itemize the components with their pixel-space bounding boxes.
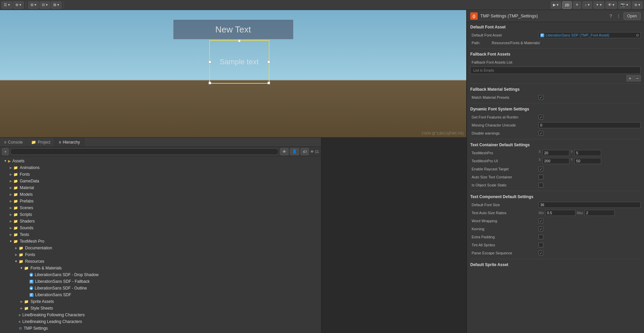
tree-item-documentation[interactable]: ▶ 📁 Documentation	[0, 245, 321, 251]
tree-label-sprite: Sprite Assets	[30, 299, 54, 304]
checkbox-kerning[interactable]	[539, 227, 543, 231]
row-fallback-list-label: Fallback Font Assets List	[470, 59, 641, 66]
tree-label-fonts: Fonts	[20, 172, 30, 177]
tab-hierarchy[interactable]: ≡ Hierarchy	[55, 138, 84, 147]
tree-item-libsans-drop[interactable]: ▶ ● LiberationSans SDF - Drop Shadow	[0, 271, 321, 278]
tree-item-linebreak-leading[interactable]: ▶ ≡ LineBreaking Leading Characters	[0, 318, 321, 325]
checkbox-word-wrap[interactable]	[539, 219, 543, 223]
toolbar-all-btn[interactable]: ⊠ ▾	[51, 1, 62, 9]
checkbox-auto-size-container[interactable]	[539, 175, 543, 179]
handle-right[interactable]	[267, 61, 270, 63]
scene-viewport[interactable]: New Text Sample text CSDN @飞浪纪元[FWC-FE]	[0, 10, 466, 137]
tree-item-textmeshpro[interactable]: ▼ 📁 TextMesh Pro	[0, 238, 321, 245]
checkbox-extra-padding[interactable]	[539, 235, 543, 239]
tab-project[interactable]: 📁 Project	[27, 138, 55, 147]
file-icon-settings: ⚙	[19, 326, 22, 331]
tree-panel[interactable]: ▼ ▶ Assets ▶ 📁 Animations ▶ 📁 Fonts	[0, 156, 321, 333]
camera-btn[interactable]: 📷 ▾	[618, 1, 631, 9]
toolbar-rect-btn[interactable]: ⊟ ▾	[39, 1, 50, 9]
person-filter-btn[interactable]: 👤	[290, 148, 299, 155]
tag-filter-btn[interactable]: 🏷	[301, 148, 309, 155]
handle-bl[interactable]	[209, 82, 211, 84]
light-btn[interactable]: ☀	[573, 1, 581, 9]
checkbox-parse-escape[interactable]	[539, 251, 543, 255]
checkbox-scale-static[interactable]	[539, 183, 543, 187]
tmp-y-label: Y	[571, 150, 573, 156]
arrow-shaders: ▶	[9, 220, 12, 223]
field-tmp-ui-x[interactable]: 200	[543, 158, 569, 164]
label-fallback-list: Fallback Font Assets List	[470, 60, 537, 64]
2d-btn[interactable]: 2D	[562, 1, 572, 9]
handle-top[interactable]	[238, 39, 241, 42]
fallback-remove-btn[interactable]: −	[634, 75, 641, 81]
tree-item-scenes[interactable]: ▶ 📁 Scenes	[0, 204, 321, 211]
tree-item-gamedata[interactable]: ▶ 📁 GameData	[0, 178, 321, 184]
eye-btn[interactable]: 👁 ▾	[606, 1, 617, 9]
handle-left[interactable]	[209, 61, 211, 63]
fallback-add-btn[interactable]: +	[627, 75, 633, 81]
section-text-component: Text Component Default Settings	[470, 194, 641, 199]
field-font-size[interactable]: 36	[539, 202, 641, 208]
row-default-font-asset: Default Font Asset F LiberationSans SDF …	[470, 31, 641, 39]
gizmo-btn[interactable]: ⊚ ▾	[632, 1, 643, 9]
tree-item-libsans[interactable]: ▶ F LiberationSans SDF	[0, 292, 321, 298]
add-item-btn[interactable]: +	[2, 148, 9, 155]
field-tmp-x[interactable]: 20	[543, 150, 569, 156]
checkbox-get-features[interactable]	[539, 115, 543, 119]
inspector-menu-btn[interactable]: ⋮	[616, 13, 621, 19]
tree-item-prefabs[interactable]: ▶ 📁 Prefabs	[0, 198, 321, 204]
row-path: Path: Resources/ Fonts & Materials/	[470, 39, 641, 46]
folder-icon-animations: 📁	[13, 166, 18, 170]
field-min[interactable]: 0.5	[545, 210, 575, 216]
tree-item-sounds[interactable]: ▶ 📁 Sounds	[0, 225, 321, 231]
fx-btn[interactable]: ✦ ▾	[593, 1, 604, 9]
tree-item-fontsmat[interactable]: ▼ 📁 Fonts & Materials	[0, 265, 321, 271]
tree-item-tests[interactable]: ▶ 📁 Tests	[0, 231, 321, 238]
tree-label-tmp-settings: TMP Settings	[24, 326, 48, 331]
field-missing-char[interactable]: 0	[539, 122, 641, 128]
inspector-open-btn[interactable]: Open	[624, 12, 641, 20]
tree-item-resources[interactable]: ▼ 📁 Resources	[0, 258, 321, 265]
tree-item-shaders[interactable]: ▶ 📁 Shaders	[0, 218, 321, 225]
inspector-help-btn[interactable]: ?	[610, 13, 612, 19]
tab-console[interactable]: ≡ Console	[0, 138, 27, 147]
tree-item-animations[interactable]: ▶ 📁 Animations	[0, 164, 321, 171]
checkbox-disable-warnings[interactable]	[539, 131, 543, 136]
section-sprite-asset: Default Sprite Asset	[470, 262, 641, 267]
field-tmp-ui-y[interactable]: 50	[574, 158, 601, 164]
checkbox-raycast[interactable]	[539, 167, 543, 171]
checkbox-tint-sprites[interactable]	[539, 243, 543, 247]
checkbox-match-presets[interactable]	[539, 95, 543, 100]
tree-item-sprite-assets[interactable]: ▶ 📁 Sprite Assets	[0, 298, 321, 305]
folder-icon-models: 📁	[13, 192, 18, 197]
new-text-box: New Text	[173, 19, 294, 39]
tree-item-fonts2[interactable]: ▶ 📁 Fonts	[0, 251, 321, 258]
tree-item-fonts[interactable]: ▶ 📁 Fonts	[0, 171, 321, 178]
field-default-font[interactable]: F LiberationSans SDF (TMP_Font Asset) ⊙	[539, 32, 641, 38]
eye-filter-btn[interactable]: 👁	[280, 148, 289, 155]
tree-item-libsans-fallback[interactable]: ▶ F LiberationSans SDF - Fallback	[0, 278, 321, 285]
sample-text-box[interactable]: Sample text	[209, 40, 269, 84]
field-max[interactable]: 2	[584, 210, 615, 216]
tree-item-linebreak-following[interactable]: ▶ ≡ LineBreaking Following Characters	[0, 312, 321, 318]
play-btn[interactable]: ▶ ▾	[551, 1, 561, 9]
toolbar-transform-btn[interactable]: ⊞ ▾	[28, 1, 39, 9]
toolbar-move-btn[interactable]: ⊕ ▾	[13, 1, 24, 9]
tree-item-libsans-outline[interactable]: ▶ ● LiberationSans SDF - Outline	[0, 285, 321, 292]
handle-br[interactable]	[267, 82, 270, 84]
tree-item-material[interactable]: ▶ 📁 Material	[0, 184, 321, 191]
tree-item-scripts[interactable]: ▶ 📁 Scripts	[0, 211, 321, 218]
min-label: Min	[539, 211, 544, 215]
toolbar-hand-btn[interactable]: ☰ ▾	[1, 1, 12, 9]
right-panel: {} TMP Settings (TMP_Settings) ? ⋮ Open …	[467, 10, 644, 333]
label-match-presets: Match Material Presets	[470, 95, 537, 99]
font-asset-picker[interactable]: ⊙	[636, 33, 639, 37]
tree-item-models[interactable]: ▶ 📁 Models	[0, 191, 321, 198]
field-tmp-y[interactable]: 5	[574, 150, 601, 156]
audio-btn[interactable]: ♪ ▾	[582, 1, 592, 9]
tree-item-tmp-settings[interactable]: ▶ ⚙ TMP Settings	[0, 325, 321, 332]
label-auto-size-ratios: Text Auto Size Ratios	[470, 211, 537, 215]
hierarchy-search[interactable]	[10, 148, 278, 155]
tree-item-assets[interactable]: ▼ ▶ Assets	[0, 158, 321, 164]
tree-item-stylesheets[interactable]: ▶ 📁 Style Sheets	[0, 305, 321, 312]
